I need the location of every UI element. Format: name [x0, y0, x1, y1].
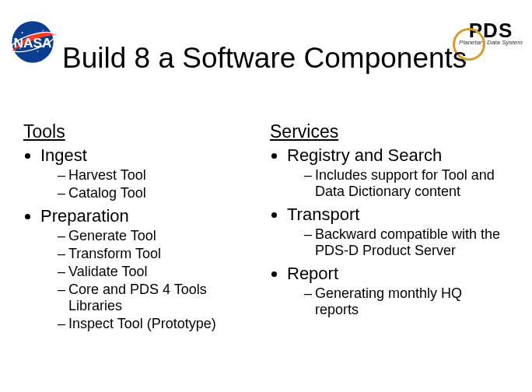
list-item: Registry and Search Includes support for… — [287, 145, 509, 200]
sub-item: Generate Tool — [58, 228, 262, 244]
sub-item: Harvest Tool — [58, 167, 262, 184]
item-label: Preparation — [40, 206, 129, 226]
services-heading: Services — [270, 121, 509, 142]
tools-list: Ingest Harvest Tool Catalog Tool Prepara… — [23, 145, 262, 332]
slide-body: Tools Ingest Harvest Tool Catalog Tool P… — [23, 121, 516, 376]
sub-list: Harvest Tool Catalog Tool — [40, 167, 262, 201]
sub-list: Generate Tool Transform Tool Validate To… — [40, 228, 262, 332]
sub-item: Validate Tool — [58, 264, 262, 280]
sub-list: Generating monthly HQ reports — [287, 285, 509, 318]
sub-item: Generating monthly HQ reports — [304, 285, 509, 318]
svg-point-5 — [19, 47, 20, 48]
list-item: Ingest Harvest Tool Catalog Tool — [40, 145, 262, 201]
svg-point-3 — [43, 30, 44, 32]
sub-item: Core and PDS 4 Tools Libraries — [58, 282, 262, 314]
slide: NASA PDS Planetary Data System Build 8 a… — [0, 0, 532, 392]
list-item: Report Generating monthly HQ reports — [287, 264, 509, 318]
svg-text:NASA: NASA — [13, 35, 52, 51]
left-column: Tools Ingest Harvest Tool Catalog Tool P… — [23, 121, 270, 376]
item-label: Registry and Search — [287, 145, 442, 165]
sub-item: Backward compatible with the PDS-D Produ… — [304, 226, 509, 259]
item-label: Transport — [287, 205, 359, 224]
services-list: Registry and Search Includes support for… — [270, 145, 509, 318]
tools-heading: Tools — [23, 121, 262, 142]
sub-item: Catalog Tool — [58, 185, 262, 201]
nasa-logo: NASA — [6, 20, 59, 64]
svg-point-4 — [37, 51, 39, 52]
list-item: Transport Backward compatible with the P… — [287, 205, 509, 259]
sub-item: Transform Tool — [58, 246, 262, 262]
sub-list: Backward compatible with the PDS-D Produ… — [287, 226, 509, 259]
slide-title: Build 8 a Software Components — [62, 42, 462, 75]
sub-list: Includes support for Tool and Data Dicti… — [287, 167, 509, 200]
right-column: Services Registry and Search Includes su… — [270, 121, 516, 376]
sub-item: Includes support for Tool and Data Dicti… — [304, 167, 509, 200]
sub-item: Inspect Tool (Prototype) — [58, 316, 262, 332]
item-label: Ingest — [40, 145, 87, 165]
list-item: Preparation Generate Tool Transform Tool… — [40, 206, 262, 332]
svg-point-2 — [22, 32, 23, 33]
item-label: Report — [287, 264, 338, 283]
